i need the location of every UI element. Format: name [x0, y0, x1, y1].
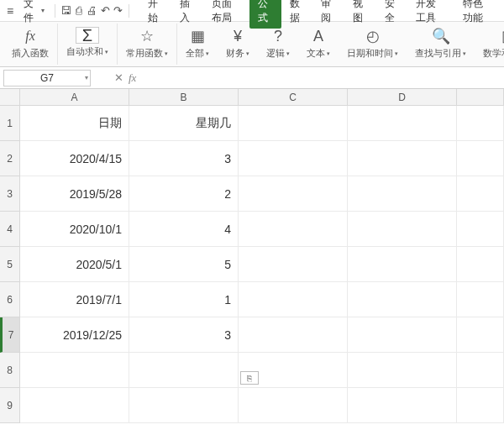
cell[interactable]: [239, 247, 348, 282]
lookup-button[interactable]: 🔍 查找与引用▾: [410, 24, 471, 63]
datetime-label: 日期和时间: [347, 47, 393, 60]
cell[interactable]: [239, 388, 348, 423]
star-icon: ☆: [137, 27, 157, 45]
cell[interactable]: [348, 317, 457, 353]
cell[interactable]: [20, 353, 129, 388]
cell[interactable]: 2020/4/15: [20, 141, 129, 176]
calendar-icon: ◴: [363, 27, 383, 45]
insert-function-label: 插入函数: [12, 47, 49, 60]
fx-icon: fx: [20, 27, 40, 45]
col-header-e[interactable]: [457, 89, 504, 106]
row-header[interactable]: 4: [0, 212, 20, 247]
cell[interactable]: [20, 388, 129, 423]
chevron-down-icon: ▾: [206, 50, 209, 57]
col-header-b[interactable]: B: [129, 89, 239, 106]
cell[interactable]: [239, 212, 348, 247]
common-functions-label: 常用函数: [126, 47, 163, 60]
row-header[interactable]: 8: [0, 353, 20, 388]
cell[interactable]: [457, 282, 504, 317]
cell[interactable]: [348, 388, 457, 423]
cell[interactable]: [457, 106, 504, 141]
print-preview-icon[interactable]: ⎙: [74, 4, 85, 18]
all-button[interactable]: ▦ 全部▾: [181, 24, 214, 63]
cell[interactable]: [457, 141, 504, 176]
cell[interactable]: 4: [129, 212, 239, 247]
file-menu[interactable]: 文件 ▾: [18, 0, 50, 27]
cell[interactable]: [129, 353, 239, 388]
row-header[interactable]: 9: [0, 388, 20, 423]
row-header[interactable]: 7: [0, 317, 20, 353]
cell[interactable]: 日期: [20, 106, 129, 141]
text-label: 文本: [307, 47, 325, 60]
col-header-d[interactable]: D: [348, 89, 457, 106]
cell[interactable]: [348, 106, 457, 141]
select-all-corner[interactable]: [0, 89, 20, 106]
row-header[interactable]: 6: [0, 282, 20, 317]
file-label: 文件: [24, 0, 39, 25]
col-header-c[interactable]: C: [239, 89, 348, 106]
fx-icon[interactable]: fx: [129, 71, 136, 85]
divider: [129, 4, 129, 18]
row-header[interactable]: 1: [0, 106, 20, 141]
logical-button[interactable]: ? 逻辑▾: [261, 24, 295, 63]
name-box[interactable]: G7 ▾: [3, 70, 91, 86]
col-header-a[interactable]: A: [20, 89, 129, 106]
common-functions-button[interactable]: ☆ 常用函数▾: [121, 24, 173, 63]
cell[interactable]: [348, 176, 457, 212]
text-icon: A: [308, 27, 328, 45]
cell[interactable]: [129, 388, 239, 423]
cell[interactable]: [457, 317, 504, 353]
financial-label: 财务: [226, 47, 244, 60]
redo-icon[interactable]: ↷: [113, 4, 123, 18]
row-header[interactable]: 2: [0, 141, 20, 176]
datetime-button[interactable]: ◴ 日期和时间▾: [342, 24, 403, 63]
cell[interactable]: [348, 247, 457, 282]
hamburger-icon[interactable]: ≡: [3, 4, 17, 18]
cell[interactable]: 2: [129, 176, 239, 212]
cell[interactable]: 5: [129, 247, 239, 282]
cell[interactable]: 3: [129, 317, 239, 353]
math-button[interactable]: ◫ 数学和三角▾: [478, 24, 504, 63]
cell[interactable]: [239, 141, 348, 176]
cell[interactable]: 星期几: [129, 106, 239, 141]
autosum-label: 自动求和: [66, 45, 103, 58]
cancel-icon[interactable]: ✕: [114, 71, 123, 84]
cell[interactable]: 1: [129, 282, 239, 317]
cell[interactable]: [239, 106, 348, 141]
text-button[interactable]: A 文本▾: [302, 24, 335, 63]
chevron-down-icon: ▾: [165, 50, 168, 57]
undo-icon[interactable]: ↶: [100, 4, 111, 18]
cell[interactable]: [457, 388, 504, 423]
print-icon[interactable]: 🖨: [87, 4, 97, 18]
row-header[interactable]: 5: [0, 247, 20, 282]
smart-tag[interactable]: ⎘: [240, 371, 259, 385]
cell[interactable]: [457, 247, 504, 282]
financial-button[interactable]: ¥ 财务▾: [221, 24, 255, 63]
cell[interactable]: [348, 212, 457, 247]
chevron-down-icon: ▾: [327, 50, 330, 57]
cell[interactable]: [239, 317, 348, 353]
cell[interactable]: 2019/5/28: [20, 176, 129, 212]
cell[interactable]: 2019/7/1: [20, 282, 129, 317]
save-icon[interactable]: 🖫: [60, 4, 71, 18]
chevron-down-icon: ▾: [286, 50, 290, 57]
cell[interactable]: [239, 176, 348, 212]
row-header[interactable]: 3: [0, 176, 20, 212]
formula-bar: G7 ▾ ✕ fx: [0, 67, 504, 89]
cell[interactable]: [348, 141, 457, 176]
chevron-down-icon: ▾: [41, 7, 45, 14]
insert-function-button[interactable]: fx 插入函数: [7, 24, 54, 63]
cell[interactable]: [457, 353, 504, 388]
cell[interactable]: 3: [129, 141, 239, 176]
cell[interactable]: 2020/5/1: [20, 247, 129, 282]
autosum-button[interactable]: Σ 自动求和▾: [61, 24, 113, 61]
cell[interactable]: [239, 282, 348, 317]
cell[interactable]: [457, 176, 504, 212]
cell[interactable]: 2019/12/25: [20, 317, 129, 353]
chevron-down-icon: ▾: [395, 50, 398, 57]
cell[interactable]: [348, 353, 457, 388]
cell[interactable]: [457, 212, 504, 247]
cell[interactable]: 2020/10/1: [20, 212, 129, 247]
cell[interactable]: [348, 282, 457, 317]
spreadsheet-grid: A B C D 1日期星期几22020/4/15332019/5/2824202…: [0, 89, 504, 423]
